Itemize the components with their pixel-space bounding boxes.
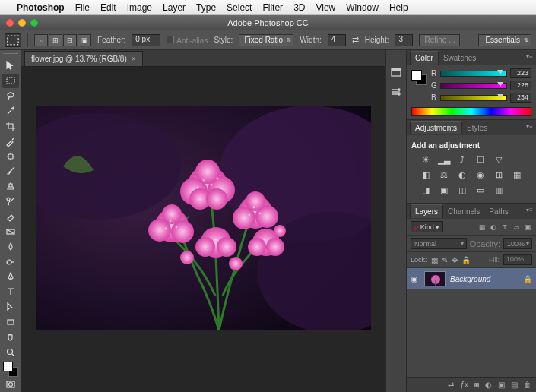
height-input[interactable]: 3 <box>395 34 413 46</box>
opacity-input[interactable]: 100% <box>503 238 532 249</box>
lock-position-icon[interactable]: ✥ <box>452 256 458 264</box>
selection-intersect-button[interactable]: ▣ <box>78 34 91 46</box>
menu-view[interactable]: View <box>316 2 335 13</box>
eyedropper-tool[interactable] <box>2 134 19 148</box>
b-value[interactable]: 234 <box>510 93 531 103</box>
tab-styles[interactable]: Styles <box>462 122 492 134</box>
link-layers-icon[interactable]: ⇄ <box>448 381 454 389</box>
app-menu[interactable]: Photoshop <box>17 2 65 13</box>
window-close-button[interactable] <box>6 19 14 27</box>
gradient-tool[interactable] <box>2 224 19 239</box>
panel-menu-icon[interactable]: ▾≡ <box>526 53 533 60</box>
selective-color-icon[interactable]: ▥ <box>492 185 506 195</box>
menu-window[interactable]: Window <box>346 2 379 13</box>
filter-adjust-icon[interactable]: ◐ <box>489 223 498 232</box>
bw-icon[interactable]: ◐ <box>455 169 469 180</box>
filter-smart-icon[interactable]: ▣ <box>523 223 532 232</box>
canvas[interactable] <box>36 106 371 330</box>
swap-dimensions-icon[interactable]: ⇄ <box>352 35 359 45</box>
panel-menu-icon[interactable]: ▾≡ <box>526 123 533 130</box>
color-spectrum[interactable] <box>411 107 531 116</box>
layer-name[interactable]: Background <box>450 275 519 283</box>
panel-menu-icon[interactable]: ▾≡ <box>526 207 533 213</box>
type-tool[interactable] <box>2 285 19 299</box>
menu-help[interactable]: Help <box>389 2 408 13</box>
move-tool[interactable] <box>2 58 19 73</box>
properties-panel-icon[interactable] <box>389 85 403 99</box>
window-zoom-button[interactable] <box>30 19 38 27</box>
tab-swatches[interactable]: Swatches <box>439 52 480 65</box>
history-brush-tool[interactable] <box>2 194 19 209</box>
canvas-viewport[interactable] <box>21 67 385 392</box>
layer-filter-kind[interactable]: ρ Kind ▾ <box>411 221 443 232</box>
lock-transparency-icon[interactable]: ▩ <box>431 256 438 264</box>
channel-mixer-icon[interactable]: ⊞ <box>492 169 506 180</box>
hue-sat-icon[interactable]: ◧ <box>419 169 433 180</box>
r-value[interactable]: 223 <box>510 68 531 78</box>
path-selection-tool[interactable] <box>2 300 19 315</box>
menu-edit[interactable]: Edit <box>100 2 116 13</box>
g-slider[interactable] <box>440 83 507 89</box>
visibility-eye-icon[interactable]: ◉ <box>411 274 420 284</box>
panel-grip-icon[interactable] <box>3 52 18 56</box>
selection-add-button[interactable]: ⊞ <box>49 34 62 46</box>
blur-tool[interactable] <box>2 239 19 254</box>
tab-color[interactable]: Color <box>410 51 439 65</box>
menu-layer[interactable]: Layer <box>163 2 186 13</box>
lasso-tool[interactable] <box>2 89 19 103</box>
pen-tool[interactable] <box>2 270 19 284</box>
filter-type-icon[interactable]: T <box>500 223 509 232</box>
panel-fg-bg-swatch[interactable] <box>411 70 427 85</box>
r-slider[interactable] <box>440 71 507 77</box>
spot-healing-tool[interactable] <box>2 149 19 163</box>
new-adjustment-icon[interactable]: ◐ <box>485 381 492 389</box>
selection-new-button[interactable]: ▫ <box>34 34 48 46</box>
menu-3d[interactable]: 3D <box>293 2 305 13</box>
b-slider[interactable] <box>440 95 507 101</box>
window-minimize-button[interactable] <box>18 19 26 27</box>
lock-all-icon[interactable]: 🔒 <box>461 256 471 264</box>
rectangular-marquee-tool[interactable] <box>2 74 19 88</box>
exposure-icon[interactable]: ☐ <box>474 154 487 165</box>
g-value[interactable]: 228 <box>510 81 531 90</box>
feather-input[interactable]: 0 px <box>132 34 160 46</box>
rectangle-tool[interactable] <box>2 315 19 330</box>
tab-channels[interactable]: Channels <box>443 205 484 218</box>
new-group-icon[interactable]: ▣ <box>498 381 505 389</box>
fill-input[interactable]: 100% <box>503 254 532 265</box>
layer-thumbnail[interactable] <box>424 271 446 286</box>
history-panel-icon[interactable] <box>389 65 403 79</box>
layer-mask-icon[interactable]: ◙ <box>474 381 479 389</box>
lock-icon[interactable]: 🔒 <box>523 275 532 283</box>
workspace-switcher[interactable]: Essentials <box>478 34 531 46</box>
filter-pixel-icon[interactable]: ▦ <box>477 223 487 232</box>
zoom-tool[interactable] <box>2 345 19 359</box>
invert-icon[interactable]: ◨ <box>419 185 433 195</box>
dodge-tool[interactable] <box>2 254 19 269</box>
close-icon[interactable]: × <box>132 55 136 63</box>
menu-file[interactable]: File <box>75 2 90 13</box>
filter-shape-icon[interactable]: ▱ <box>512 223 521 232</box>
threshold-icon[interactable]: ◫ <box>455 185 469 195</box>
eraser-tool[interactable] <box>2 210 19 224</box>
clone-stamp-tool[interactable] <box>2 179 19 194</box>
antialias-checkbox[interactable]: Anti-alias <box>167 36 208 45</box>
layer-style-icon[interactable]: ƒx <box>460 381 468 389</box>
curves-icon[interactable]: ⤴ <box>455 154 469 165</box>
brightness-contrast-icon[interactable]: ☀ <box>419 154 433 165</box>
width-input[interactable]: 4 <box>328 34 346 46</box>
tab-paths[interactable]: Paths <box>484 205 513 218</box>
current-tool-preset[interactable] <box>5 33 21 47</box>
color-lookup-icon[interactable]: ▦ <box>510 169 524 180</box>
document-tab[interactable]: flower.jpg @ 13.7% (RGB/8) × <box>24 51 143 66</box>
layer-row[interactable]: ◉ Background 🔒 <box>407 268 536 289</box>
menu-image[interactable]: Image <box>127 2 152 13</box>
quick-mask-tool[interactable] <box>2 378 19 392</box>
foreground-background-swatch[interactable] <box>3 362 18 377</box>
new-layer-icon[interactable]: ▤ <box>511 381 518 389</box>
gradient-map-icon[interactable]: ▭ <box>474 185 487 195</box>
selection-subtract-button[interactable]: ⊟ <box>63 34 77 46</box>
quick-selection-tool[interactable] <box>2 104 19 119</box>
menu-filter[interactable]: Filter <box>262 2 283 13</box>
blend-mode-dropdown[interactable]: Normal <box>411 238 467 249</box>
